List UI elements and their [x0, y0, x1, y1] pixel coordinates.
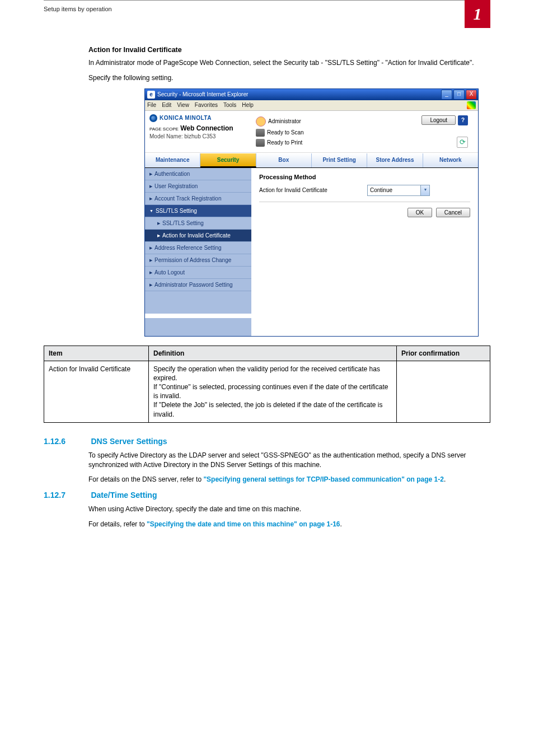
ok-button[interactable]: OK	[407, 208, 432, 217]
sidebar-sub-action-invalid-cert[interactable]: Action for Invalid Certificate	[145, 230, 251, 242]
tab-store-address-label: Store Address	[376, 157, 414, 163]
minimize-button[interactable]: _	[441, 90, 452, 100]
menu-file[interactable]: File	[147, 102, 156, 108]
tab-maintenance-label: Maintenance	[156, 157, 190, 163]
tab-security-label: Security	[217, 157, 239, 163]
sidebar-item-label: Address Reference Setting	[154, 245, 222, 251]
afc-select-value: Continue	[368, 187, 420, 193]
logout-button[interactable]: Logout	[421, 115, 456, 125]
ie-icon: e	[147, 91, 155, 99]
sidebar-item-address-ref[interactable]: Address Reference Setting	[145, 242, 251, 254]
menu-view[interactable]: View	[177, 102, 189, 108]
pagescope-prefix: PAGE SCOPE	[149, 127, 179, 132]
sidebar-item-label: User Registration	[154, 183, 198, 189]
sec-dns-number: 1.12.6	[44, 437, 88, 446]
sec-dns-para1: To specify Active Directory as the LDAP …	[88, 451, 490, 470]
tab-bar: Maintenance Security Box Print Setting S…	[145, 153, 478, 168]
sidebar-item-account-track[interactable]: Account Track Registration	[145, 193, 251, 205]
menu-help[interactable]: Help	[242, 102, 254, 108]
chapter-marker: 1	[465, 0, 490, 28]
km-globe-icon	[149, 114, 157, 122]
tab-box[interactable]: Box	[256, 153, 312, 167]
afc-para2: Specify the following setting.	[88, 73, 490, 83]
title-bar: e Security - Microsoft Internet Explorer…	[145, 89, 478, 100]
km-logo: KONICA MINOLTA	[149, 114, 256, 122]
sidebar-item-user-registration[interactable]: User Registration	[145, 180, 251, 193]
sec-dt-para1: When using Active Directory, specify the…	[88, 505, 490, 514]
sidebar-sub-label: Action for Invalid Certificate	[162, 232, 231, 239]
ready-print-label: Ready to Print	[267, 139, 302, 146]
afc-title: Action for Invalid Certificate	[88, 46, 490, 54]
afc-para1: In Administrator mode of PageScope Web C…	[88, 58, 490, 68]
th-prior: Prior confirmation	[397, 346, 490, 361]
sidebar: Authentication User Registration Account…	[145, 168, 251, 336]
chevron-down-icon: ▾	[420, 185, 429, 195]
sidebar-item-label: Authentication	[154, 171, 190, 177]
sec-dns-para2-a: For details on the DNS server, refer to	[88, 475, 203, 483]
maximize-button[interactable]: □	[453, 90, 465, 100]
sidebar-sub-label: SSL/TLS Setting	[162, 220, 204, 226]
scanner-icon	[256, 129, 265, 137]
separator	[259, 202, 470, 202]
km-text: KONICA MINOLTA	[160, 115, 212, 121]
td-definition: Specify the operation when the validity …	[149, 361, 397, 422]
pagescope-logo: PAGE SCOPE Web Connection	[149, 124, 256, 132]
refresh-button[interactable]: ⟳	[457, 137, 468, 148]
sec-dt-para2-b: .	[340, 520, 342, 528]
th-definition: Definition	[149, 346, 397, 361]
help-button[interactable]: ?	[458, 115, 468, 125]
sidebar-item-label: SSL/TLS Setting	[156, 208, 197, 214]
sec-dns-para2-b: .	[444, 475, 446, 483]
tab-security[interactable]: Security	[200, 153, 256, 167]
menu-favorites[interactable]: Favorites	[195, 102, 218, 108]
tab-box-label: Box	[278, 157, 289, 163]
tab-print-setting[interactable]: Print Setting	[312, 153, 367, 167]
model-name: Model Name: bizhub C353	[149, 133, 256, 139]
close-button[interactable]: X	[466, 90, 477, 100]
windows-flag-icon	[467, 101, 476, 109]
item-definition-table: Item Definition Prior confirmation Actio…	[44, 346, 490, 423]
tab-store-address[interactable]: Store Address	[367, 153, 423, 167]
chapter-number: 1	[474, 4, 482, 24]
td-prior	[397, 361, 490, 422]
sidebar-sub-ssl-tls-setting[interactable]: SSL/TLS Setting	[145, 217, 251, 230]
sidebar-item-auto-logout[interactable]: Auto Logout	[145, 267, 251, 279]
sidebar-item-ssl-tls[interactable]: SSL/TLS Setting	[145, 205, 251, 217]
afc-field-label: Action for Invalid Certificate	[259, 187, 357, 193]
webconnection-text: Web Connection	[180, 124, 233, 132]
td-item: Action for Invalid Certificate	[44, 361, 149, 422]
sidebar-item-perm-addr-change[interactable]: Permission of Address Change	[145, 254, 251, 267]
tab-network[interactable]: Network	[423, 153, 478, 167]
menu-tools[interactable]: Tools	[223, 102, 236, 108]
menu-bar: File Edit View Favorites Tools Help	[145, 100, 478, 111]
main-pane: Processing Method Action for Invalid Cer…	[251, 168, 478, 336]
sec-dt-link[interactable]: "Specifying the date and time on this ma…	[147, 520, 340, 528]
menu-edit[interactable]: Edit	[162, 102, 171, 108]
cancel-button[interactable]: Cancel	[436, 208, 470, 217]
window-title: Security - Microsoft Internet Explorer	[157, 91, 248, 97]
sec-dns-para2: For details on the DNS server, refer to …	[88, 475, 490, 484]
sidebar-item-authentication[interactable]: Authentication	[145, 168, 251, 180]
admin-icon	[256, 116, 266, 127]
sec-dt-number: 1.12.7	[44, 491, 88, 500]
sec-dns-link[interactable]: "Specifying general settings for TCP/IP-…	[203, 475, 443, 483]
th-item: Item	[44, 346, 149, 361]
sec-dt-para2: For details, refer to "Specifying the da…	[88, 520, 490, 529]
header-breadcrumb: Setup items by operation	[44, 6, 490, 12]
tab-maintenance[interactable]: Maintenance	[145, 153, 200, 167]
screenshot-container: e Security - Microsoft Internet Explorer…	[144, 88, 477, 337]
sidebar-item-label: Account Track Registration	[154, 195, 222, 202]
admin-label: Administrator	[268, 118, 301, 124]
printer-icon	[256, 139, 265, 147]
tab-print-setting-label: Print Setting	[322, 157, 355, 163]
processing-method-title: Processing Method	[259, 174, 470, 180]
sidebar-item-admin-password[interactable]: Administrator Password Setting	[145, 279, 251, 291]
afc-select[interactable]: Continue ▾	[367, 185, 430, 196]
sidebar-item-label: Auto Logout	[154, 269, 185, 276]
sec-dt-para2-a: For details, refer to	[88, 520, 147, 528]
sidebar-item-label: Administrator Password Setting	[154, 282, 233, 288]
browser-window: e Security - Microsoft Internet Explorer…	[144, 88, 479, 337]
sec-dns-title: DNS Server Settings	[91, 437, 167, 446]
sec-dt-title: Date/Time Setting	[91, 491, 157, 500]
sidebar-item-label: Permission of Address Change	[154, 257, 231, 263]
